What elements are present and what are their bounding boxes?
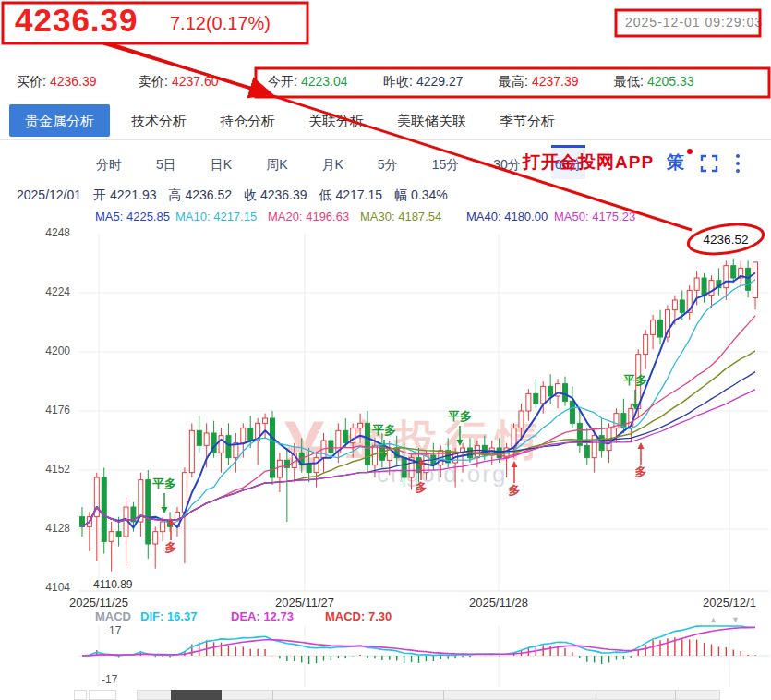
- period-tab-30分[interactable]: 30分: [489, 145, 524, 179]
- buy-long-mark: 多: [165, 540, 177, 554]
- scrollbar-left-button[interactable]: [74, 690, 87, 700]
- x-tick-label: 2025/12/1: [703, 596, 756, 609]
- more-menu-icon[interactable]: [733, 152, 742, 175]
- candle-body: [284, 460, 289, 467]
- quote-label: 今开:: [268, 74, 297, 89]
- ma-legend-item: MA50: 4175.23: [554, 210, 635, 223]
- quote-item: 最低:4205.33: [614, 74, 694, 91]
- candle-body: [592, 436, 596, 458]
- candle-body: [234, 443, 238, 458]
- ma-line-10: [82, 280, 755, 527]
- quote-item: 卖价:4237.60: [139, 74, 219, 91]
- macd-dea-line: [82, 628, 755, 657]
- candle-body: [739, 268, 743, 278]
- quote-label: 卖价:: [139, 74, 168, 89]
- ma-line-40: [82, 372, 755, 527]
- candle-body: [219, 436, 223, 453]
- buy-long-mark: 多: [509, 483, 521, 497]
- period-tab-5日[interactable]: 5日: [152, 145, 180, 179]
- close-long-mark: 平多: [448, 409, 472, 423]
- candle-body: [366, 423, 370, 465]
- candle-body: [453, 453, 458, 463]
- quote-label: 昨收:: [383, 74, 413, 89]
- period-tab-分时[interactable]: 分时: [92, 145, 126, 179]
- candle-body: [329, 441, 333, 453]
- close-long-mark: 平多: [623, 373, 647, 387]
- ma-line-30: [82, 351, 755, 527]
- y-tick-label: 4128: [28, 522, 70, 535]
- candle-body: [519, 411, 524, 428]
- macd-legend-item: DIF: 16.37: [140, 609, 197, 623]
- chart-scrollbar-thumb[interactable]: [171, 690, 222, 700]
- candle-body: [394, 448, 399, 458]
- period-tab-月K[interactable]: 月K: [318, 145, 346, 179]
- candle-body: [562, 384, 567, 402]
- scrollbar-divider: [443, 690, 444, 700]
- quote-item: 昨收:4229.27: [383, 74, 464, 91]
- open-app-link[interactable]: 打开金投网APP: [523, 151, 654, 175]
- tab-季节分析[interactable]: 季节分析: [488, 104, 567, 137]
- candle-body: [607, 428, 611, 451]
- candle-body: [746, 268, 751, 290]
- tab-贵金属分析[interactable]: 贵金属分析: [9, 104, 110, 137]
- period-tab-5分[interactable]: 5分: [374, 145, 402, 179]
- x-tick-label: 2025/11/27: [275, 596, 334, 609]
- candle-body: [102, 477, 106, 541]
- candle-body: [534, 393, 538, 404]
- tab-技术分析[interactable]: 技术分析: [119, 104, 199, 137]
- candle-body: [87, 517, 91, 527]
- candle-body: [584, 445, 589, 457]
- candle-body: [482, 445, 487, 455]
- candle-body: [416, 458, 421, 473]
- ohlc-part: 开 4221.93: [93, 187, 157, 204]
- scroll-down-triangle-icon[interactable]: ▼: [731, 615, 740, 624]
- close-long-mark: 平多: [372, 423, 396, 437]
- candle-body: [489, 448, 494, 455]
- candle-body: [131, 507, 136, 522]
- macd-axis-max: 17: [109, 624, 121, 637]
- candle-body: [343, 430, 348, 442]
- candle-body: [439, 451, 443, 465]
- x-tick-label: 2025/11/25: [69, 596, 128, 609]
- period-tab-周K[interactable]: 周K: [262, 145, 291, 179]
- scrollbar-zoom-button[interactable]: [89, 690, 116, 700]
- fullscreen-icon[interactable]: [699, 153, 719, 174]
- candle-body: [687, 290, 692, 312]
- candle-body: [556, 384, 560, 396]
- candle-body: [541, 386, 546, 404]
- period-tab-日K[interactable]: 日K: [207, 145, 235, 179]
- candle-body: [241, 428, 246, 443]
- quote-chart-page: 4236.39 7.12(0.17%) 2025-12-01 09:29:03 …: [0, 0, 771, 700]
- candle-body: [424, 455, 428, 473]
- quote-label: 最高:: [499, 74, 528, 89]
- ma-line-50: [82, 390, 755, 527]
- y-tick-label: 4176: [28, 404, 70, 416]
- candle-body: [504, 448, 509, 458]
- candle-body: [189, 430, 194, 472]
- tab-美联储关联[interactable]: 美联储关联: [385, 104, 478, 137]
- candle-body: [461, 448, 465, 453]
- chart-scrollbar-track[interactable]: [137, 690, 720, 700]
- period-tab-15分[interactable]: 15分: [428, 145, 464, 179]
- candle-body: [475, 445, 479, 457]
- scroll-up-triangle-icon[interactable]: ▲: [709, 615, 717, 624]
- ohlc-part: 幅 0.34%: [394, 187, 448, 204]
- strategy-button[interactable]: 策: [667, 151, 684, 175]
- ma-line-20: [82, 316, 755, 526]
- candle-body: [321, 441, 326, 458]
- quote-timestamp: 2025-12-01 09:29:03: [625, 15, 763, 30]
- notification-dot: [687, 149, 693, 154]
- ohlc-part: 高 4236.52: [169, 187, 233, 204]
- tab-持仓分析[interactable]: 持仓分析: [208, 104, 287, 137]
- tab-关联分析[interactable]: 关联分析: [296, 104, 376, 137]
- candle-body: [168, 522, 173, 526]
- buy-long-arrowhead: [638, 442, 645, 449]
- candle-body: [512, 428, 516, 448]
- buy-long-arrowhead: [512, 461, 518, 467]
- candle-body: [446, 451, 451, 463]
- quote-item: 最高:4237.39: [499, 74, 579, 91]
- quote-label: 最低:: [614, 74, 644, 89]
- ohlc-info-line: 2025/12/01开 4221.93高 4236.52收 4236.39低 4…: [17, 187, 448, 204]
- candle-body: [263, 418, 268, 423]
- close-long-mark: 平多: [152, 477, 176, 490]
